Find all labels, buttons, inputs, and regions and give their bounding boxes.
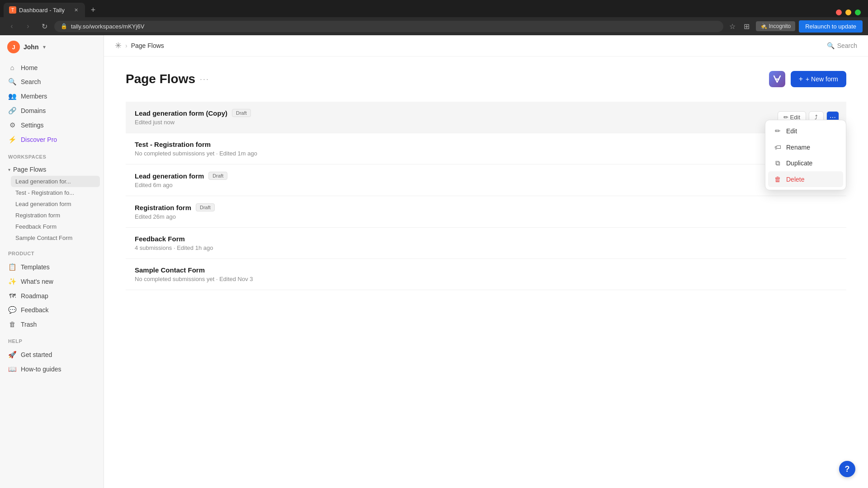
trash-icon: 🗑 bbox=[8, 320, 16, 328]
sidebar-item-get-started[interactable]: 🚀 Get started bbox=[4, 347, 100, 362]
delete-menu-label: Delete bbox=[786, 176, 804, 183]
sidebar-item-whats-new[interactable]: ✨ What's new bbox=[4, 274, 100, 289]
roadmap-icon: 🗺 bbox=[8, 292, 16, 300]
user-name: John bbox=[24, 43, 38, 51]
workspace-icon: ✳ bbox=[115, 41, 122, 51]
breadcrumb-search-button[interactable]: 🔍 Search bbox=[827, 42, 857, 49]
new-tab-button[interactable]: + bbox=[87, 4, 99, 16]
reload-button[interactable]: ↻ bbox=[38, 20, 51, 33]
page-options-button[interactable]: ··· bbox=[200, 75, 209, 84]
form-item-lead-gen[interactable]: Lead generation form Draft Edited 6m ago bbox=[126, 164, 846, 196]
sidebar-item-label: Settings bbox=[21, 122, 44, 129]
sidebar-item-roadmap[interactable]: 🗺 Roadmap bbox=[4, 289, 100, 303]
sidebar-item-label: Members bbox=[21, 93, 47, 100]
nav-right-area: ☆ ⊞ 🕵 Incognito Relaunch to update bbox=[727, 20, 863, 33]
plus-icon: + bbox=[799, 75, 803, 83]
main-nav: ⌂ Home 🔍 Search 👥 Members 🔗 Domains ⚙ Se… bbox=[0, 59, 104, 149]
form-item-lead-gen-copy[interactable]: Lead generation form (Copy) Draft Edited… bbox=[126, 102, 846, 133]
sidebar-item-templates[interactable]: 📋 Templates bbox=[4, 260, 100, 274]
window-maximize[interactable] bbox=[855, 9, 861, 15]
form-meta: 4 submissions · Edited 1h ago bbox=[135, 244, 837, 251]
form-badge-draft: Draft bbox=[208, 172, 227, 180]
form-list: Lead generation form (Copy) Draft Edited… bbox=[126, 102, 846, 290]
edit-menu-icon: ✏ bbox=[774, 127, 782, 135]
breadcrumb: ✳ › Page Flows 🔍 Search bbox=[104, 35, 868, 56]
context-menu-delete[interactable]: 🗑 Delete bbox=[768, 171, 843, 187]
form-item-feedback-form[interactable]: Feedback Form 4 submissions · Edited 1h … bbox=[126, 228, 846, 259]
workspace-child-test-reg[interactable]: Test - Registration fo... bbox=[11, 187, 100, 198]
breadcrumb-current: Page Flows bbox=[131, 42, 164, 49]
sidebar-item-trash[interactable]: 🗑 Trash bbox=[4, 317, 100, 331]
workspace-child-reg-form[interactable]: Registration form bbox=[11, 210, 100, 221]
form-item-header: Lead generation form Draft bbox=[135, 172, 837, 180]
form-name: Feedback Form bbox=[135, 235, 185, 243]
forward-button[interactable]: › bbox=[22, 20, 34, 33]
form-name: Registration form bbox=[135, 204, 191, 211]
extensions-icon[interactable]: ⊞ bbox=[741, 22, 752, 31]
sidebar-item-label: Home bbox=[21, 64, 38, 71]
delete-menu-icon: 🗑 bbox=[774, 175, 782, 183]
main-content: ✳ › Page Flows 🔍 Search Page Flows ··· bbox=[104, 35, 868, 488]
window-minimize[interactable] bbox=[845, 9, 851, 15]
breadcrumb-separator: › bbox=[125, 42, 127, 49]
pro-icon: ⚡ bbox=[8, 136, 16, 144]
form-name: Lead generation form bbox=[135, 172, 204, 180]
active-tab[interactable]: T Dashboard - Tally ✕ bbox=[4, 3, 85, 17]
workspace-header[interactable]: ▾ Page Flows bbox=[4, 163, 100, 176]
workspace-child-sample-contact[interactable]: Sample Contact Form bbox=[11, 232, 100, 244]
tab-title: Dashboard - Tally bbox=[19, 7, 70, 14]
form-item-header: Feedback Form bbox=[135, 235, 837, 243]
workspace-child-lead-gen-copy[interactable]: Lead generation for... bbox=[11, 176, 100, 187]
sidebar-item-label: Search bbox=[21, 78, 41, 85]
sidebar-item-discover-pro[interactable]: ⚡ Discover Pro bbox=[4, 132, 100, 147]
tab-close-button[interactable]: ✕ bbox=[72, 6, 80, 14]
context-menu-duplicate[interactable]: ⧉ Duplicate bbox=[768, 155, 843, 171]
form-name: Lead generation form (Copy) bbox=[135, 109, 227, 117]
workspace-child-feedback-form[interactable]: Feedback Form bbox=[11, 221, 100, 232]
search-icon: 🔍 bbox=[8, 78, 16, 86]
help-button[interactable]: ? bbox=[839, 461, 855, 477]
form-item-sample-contact[interactable]: Sample Contact Form No completed submiss… bbox=[126, 259, 846, 290]
incognito-badge: 🕵 Incognito bbox=[756, 21, 796, 31]
back-button[interactable]: ‹ bbox=[5, 20, 18, 33]
help-section-label: Help bbox=[0, 333, 104, 346]
search-label: Search bbox=[837, 42, 857, 49]
sidebar-item-how-to[interactable]: 📖 How-to guides bbox=[4, 362, 100, 376]
new-form-label: + New form bbox=[806, 75, 838, 83]
new-form-button[interactable]: + + New form bbox=[791, 71, 846, 87]
sidebar-item-members[interactable]: 👥 Members bbox=[4, 89, 100, 103]
rename-menu-label: Rename bbox=[786, 144, 810, 151]
product-section-label: Product bbox=[0, 245, 104, 258]
form-item-header: Registration form Draft bbox=[135, 203, 837, 211]
duplicate-menu-label: Duplicate bbox=[786, 160, 812, 167]
sidebar-item-label: Discover Pro bbox=[21, 136, 57, 143]
sidebar-item-settings[interactable]: ⚙ Settings bbox=[4, 118, 100, 132]
form-name: Test - Registration form bbox=[135, 141, 211, 148]
settings-icon: ⚙ bbox=[8, 121, 16, 129]
page-header-right: + + New form bbox=[769, 71, 846, 87]
form-item-test-reg[interactable]: Test - Registration form No completed su… bbox=[126, 133, 846, 164]
context-menu-rename[interactable]: 🏷 Rename bbox=[768, 139, 843, 155]
form-item-reg-form[interactable]: Registration form Draft Edited 26m ago bbox=[126, 196, 846, 228]
context-menu-edit[interactable]: ✏ Edit bbox=[768, 123, 843, 139]
form-meta: Edited 26m ago bbox=[135, 213, 837, 220]
form-badge-draft: Draft bbox=[196, 203, 215, 211]
address-bar[interactable]: 🔒 tally.so/workspaces/mKYj6V bbox=[54, 21, 723, 32]
how-to-icon: 📖 bbox=[8, 365, 16, 373]
sidebar-item-home[interactable]: ⌂ Home bbox=[4, 61, 100, 75]
page-body: Page Flows ··· + + New form bbox=[104, 56, 868, 488]
relaunch-button[interactable]: Relaunch to update bbox=[799, 20, 863, 33]
sidebar-item-feedback[interactable]: 💬 Feedback bbox=[4, 303, 100, 317]
domains-icon: 🔗 bbox=[8, 107, 16, 115]
sidebar-item-domains[interactable]: 🔗 Domains bbox=[4, 103, 100, 118]
sidebar-item-search[interactable]: 🔍 Search bbox=[4, 75, 100, 89]
sidebar-item-label: Roadmap bbox=[21, 292, 48, 300]
sidebar-item-label: Domains bbox=[21, 107, 46, 114]
page-title: Page Flows bbox=[126, 72, 195, 86]
lock-icon: 🔒 bbox=[61, 23, 67, 29]
window-close[interactable] bbox=[836, 9, 842, 15]
bookmark-icon[interactable]: ☆ bbox=[727, 22, 738, 31]
whats-new-icon: ✨ bbox=[8, 277, 16, 286]
workspace-child-lead-gen[interactable]: Lead generation form bbox=[11, 198, 100, 210]
user-menu-button[interactable]: J John ▾ bbox=[0, 35, 104, 59]
